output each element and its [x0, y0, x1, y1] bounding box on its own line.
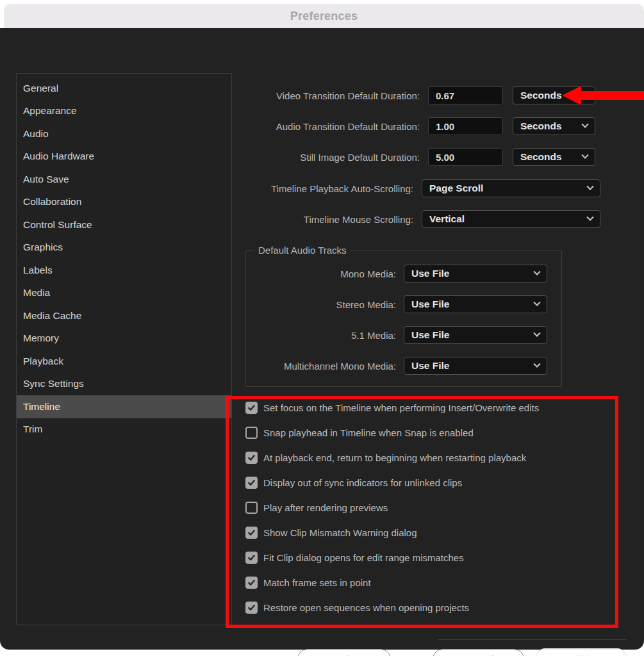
checkbox[interactable]: [245, 552, 258, 564]
sidebar-item-label: Memory: [23, 332, 59, 344]
preferences-sidebar: General Appearance Audio Audio Hardware …: [16, 73, 232, 625]
sidebar-item[interactable]: Media: [17, 282, 231, 305]
option-row: Snap playhead in Timeline when Snap is e…: [245, 420, 617, 445]
scrolling-dropdown[interactable]: Page Scroll: [422, 179, 600, 197]
check-icon: [247, 578, 256, 587]
help-button[interactable]: Help: [297, 649, 391, 656]
field-label: Still Image Default Duration:: [245, 152, 420, 163]
sidebar-item[interactable]: Collaboration: [17, 191, 231, 214]
duration-row: Video Transition Default Duration: Secon…: [245, 80, 611, 111]
audio-track-dropdown[interactable]: Use File: [404, 265, 547, 283]
checkbox[interactable]: [245, 577, 258, 589]
sidebar-item-label: Appearance: [23, 105, 77, 117]
sidebar-item[interactable]: Appearance: [17, 100, 231, 123]
audio-track-row: Stereo Media: Use File: [246, 289, 561, 320]
checkbox[interactable]: [245, 477, 258, 489]
dropdown-value: Use File: [411, 329, 449, 341]
duration-row: Audio Transition Default Duration: Secon…: [245, 111, 611, 142]
option-row: Show Clip Mismatch Warning dialog: [245, 520, 617, 545]
dropdown-value: Page Scroll: [429, 183, 483, 194]
check-icon: [247, 404, 256, 412]
scrolling-settings: Timeline Playback Auto-Scrolling: Page S…: [245, 173, 611, 234]
sidebar-item[interactable]: Graphics: [17, 236, 231, 259]
chevron-down-icon: [581, 90, 588, 97]
default-audio-tracks-group: Default Audio Tracks Mono Media: Use Fil…: [245, 250, 562, 387]
sidebar-item[interactable]: Timeline: [17, 395, 231, 418]
option-label: Snap playhead in Timeline when Snap is e…: [263, 427, 474, 438]
option-row: Restore open sequences when opening proj…: [245, 595, 617, 620]
field-label: Mono Media:: [246, 268, 396, 279]
dropdown-value: Use File: [411, 299, 449, 310]
dropdown-value: Vertical: [429, 213, 465, 225]
check-icon: [247, 554, 256, 562]
option-label: Fit Clip dialog opens for edit range mis…: [263, 552, 464, 563]
option-row: Fit Clip dialog opens for edit range mis…: [245, 545, 617, 570]
dialog-title: Preferences: [290, 10, 358, 23]
sidebar-item[interactable]: Sync Settings: [17, 373, 231, 396]
audio-track-dropdown[interactable]: Use File: [404, 326, 547, 344]
chevron-down-icon: [533, 268, 540, 275]
option-label: Play after rendering previews: [263, 502, 388, 513]
sidebar-item[interactable]: Playback: [17, 350, 231, 373]
group-legend: Default Audio Tracks: [254, 245, 351, 256]
sidebar-item-label: Control Surface: [23, 219, 92, 231]
scrolling-dropdown[interactable]: Vertical: [422, 210, 600, 228]
field-label: Timeline Mouse Scrolling:: [245, 214, 413, 225]
duration-row: Still Image Default Duration: Seconds: [245, 142, 611, 172]
checkbox[interactable]: [245, 427, 258, 439]
sidebar-item-label: General: [23, 83, 58, 94]
sidebar-item[interactable]: Memory: [17, 327, 231, 350]
field-label: Multichannel Mono Media:: [246, 361, 396, 372]
option-row: Set focus on the Timeline when performin…: [245, 395, 617, 420]
chevron-down-icon: [581, 121, 588, 128]
sidebar-category-list: General Appearance Audio Audio Hardware …: [17, 77, 231, 441]
chevron-down-icon: [533, 330, 540, 337]
option-row: Display out of sync indicators for unlin…: [245, 470, 617, 495]
check-icon: [247, 479, 256, 487]
sidebar-item-label: Audio: [23, 128, 49, 140]
ok-button[interactable]: OK: [535, 648, 627, 656]
duration-unit-dropdown[interactable]: Seconds: [513, 148, 595, 166]
duration-value-input[interactable]: [428, 148, 503, 166]
sidebar-item-label: Labels: [23, 265, 53, 276]
duration-value-input[interactable]: [428, 86, 503, 104]
check-icon: [247, 529, 256, 537]
audio-track-dropdown[interactable]: Use File: [404, 357, 547, 375]
audio-track-dropdown[interactable]: Use File: [404, 295, 547, 313]
chevron-down-icon: [586, 214, 593, 221]
sidebar-item[interactable]: Audio Hardware: [17, 145, 231, 168]
duration-value-input[interactable]: [428, 117, 503, 135]
cancel-button[interactable]: Cancel: [433, 649, 524, 656]
dropdown-value: Seconds: [520, 120, 562, 132]
sidebar-item-label: Trim: [23, 423, 42, 435]
duration-settings: Video Transition Default Duration: Secon…: [245, 80, 611, 172]
sidebar-item-label: Auto Save: [23, 174, 69, 185]
sidebar-item[interactable]: Auto Save: [17, 168, 231, 191]
field-label: 5.1 Media:: [246, 330, 396, 341]
sidebar-item-label: Timeline: [23, 401, 60, 413]
option-label: Show Clip Mismatch Warning dialog: [263, 527, 417, 538]
checkbox[interactable]: [245, 402, 258, 414]
dialog-titlebar[interactable]: Preferences: [4, 4, 644, 28]
sidebar-item[interactable]: Labels: [17, 259, 231, 282]
checkbox[interactable]: [245, 527, 258, 539]
field-label: Stereo Media:: [246, 299, 396, 310]
sidebar-item[interactable]: Trim: [17, 418, 231, 441]
sidebar-item[interactable]: Control Surface: [17, 213, 231, 236]
scrolling-row: Timeline Mouse Scrolling: Vertical: [245, 204, 611, 234]
sidebar-item[interactable]: Audio: [17, 122, 231, 145]
scrolling-row: Timeline Playback Auto-Scrolling: Page S…: [245, 173, 611, 204]
duration-unit-dropdown[interactable]: Seconds: [513, 86, 595, 104]
checkbox[interactable]: [245, 602, 258, 614]
duration-unit-dropdown[interactable]: Seconds: [513, 117, 595, 135]
sidebar-item-label: Media: [23, 287, 50, 299]
option-label: Set focus on the Timeline when performin…: [263, 402, 539, 413]
audio-track-rows: Mono Media: Use File Stereo Media: Use F…: [246, 258, 561, 381]
option-row: Play after rendering previews: [245, 495, 617, 520]
checkbox[interactable]: [245, 452, 258, 464]
sidebar-item[interactable]: General: [17, 77, 231, 100]
checkbox[interactable]: [245, 502, 258, 514]
sidebar-item[interactable]: Media Cache: [17, 304, 231, 327]
preferences-dialog: General Appearance Audio Audio Hardware …: [0, 28, 644, 650]
audio-track-row: Mono Media: Use File: [246, 258, 561, 289]
